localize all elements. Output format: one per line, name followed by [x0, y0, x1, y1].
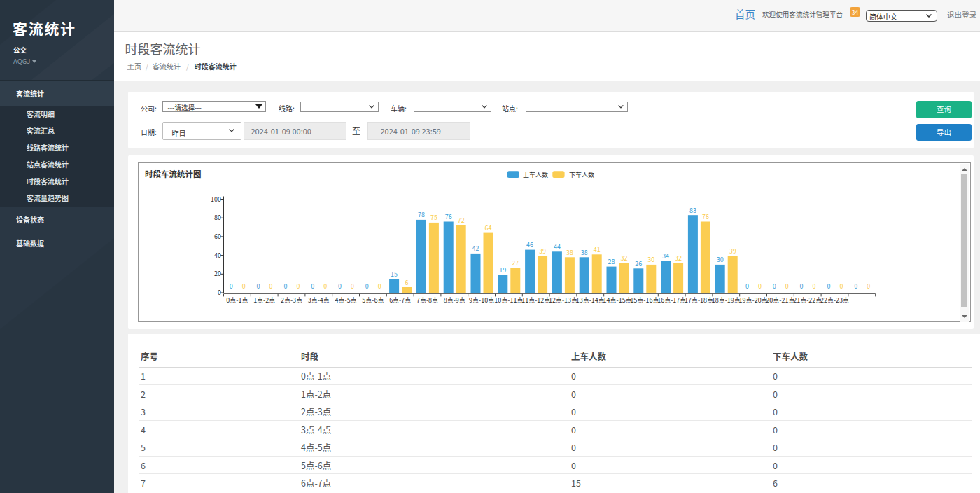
svg-text:时段车流统计图: 时段车流统计图 — [145, 168, 202, 179]
svg-text:83: 83 — [690, 206, 696, 215]
svg-text:10点-11点: 10点-11点 — [494, 296, 523, 305]
svg-text:41: 41 — [594, 245, 601, 254]
svg-text:0: 0 — [813, 282, 816, 291]
svg-text:0: 0 — [351, 282, 354, 291]
svg-text:0: 0 — [338, 282, 342, 291]
svg-text:32: 32 — [675, 254, 682, 263]
svg-text:0: 0 — [867, 282, 870, 291]
svg-text:0点-1点: 0点-1点 — [226, 296, 248, 305]
svg-text:0: 0 — [785, 282, 789, 291]
svg-text:26: 26 — [635, 259, 642, 268]
svg-text:0: 0 — [827, 282, 830, 291]
svg-text:0: 0 — [284, 282, 287, 291]
svg-text:22点-23点: 22点-23点 — [820, 296, 849, 305]
svg-text:15点-16点: 15点-16点 — [630, 296, 659, 305]
svg-text:34: 34 — [662, 251, 669, 261]
svg-text:17点-18点: 17点-18点 — [685, 296, 713, 305]
svg-text:0: 0 — [365, 282, 369, 291]
svg-text:0: 0 — [378, 282, 382, 291]
svg-text:78: 78 — [418, 210, 425, 219]
svg-text:0: 0 — [854, 282, 858, 291]
svg-text:39: 39 — [729, 246, 736, 256]
svg-text:60: 60 — [214, 232, 221, 241]
svg-text:38: 38 — [581, 248, 588, 257]
svg-text:30: 30 — [717, 255, 724, 264]
svg-text:76: 76 — [445, 212, 452, 221]
svg-text:4点-5点: 4点-5点 — [335, 296, 357, 305]
svg-text:5点-6点: 5点-6点 — [362, 296, 384, 305]
svg-text:64: 64 — [485, 223, 492, 232]
svg-text:12点-13点: 12点-13点 — [549, 296, 578, 305]
svg-text:下车人数: 下车人数 — [569, 170, 594, 179]
svg-text:18点-19点: 18点-19点 — [712, 296, 741, 305]
svg-text:11点-12点: 11点-12点 — [522, 296, 550, 305]
svg-text:9点-10点: 9点-10点 — [469, 296, 494, 305]
svg-text:20: 20 — [214, 269, 221, 278]
svg-text:44: 44 — [554, 242, 561, 251]
svg-text:0: 0 — [242, 282, 246, 291]
svg-text:100: 100 — [211, 195, 221, 204]
svg-text:7点-8点: 7点-8点 — [416, 296, 438, 305]
svg-text:0: 0 — [839, 282, 843, 291]
svg-text:19: 19 — [499, 265, 506, 275]
svg-text:19点-20点: 19点-20点 — [739, 296, 768, 305]
svg-text:38: 38 — [566, 248, 573, 257]
svg-text:6点-7点: 6点-7点 — [389, 296, 411, 305]
svg-text:14点-15点: 14点-15点 — [603, 296, 632, 305]
svg-text:0: 0 — [218, 288, 221, 297]
svg-text:0: 0 — [800, 282, 804, 291]
svg-text:75: 75 — [430, 213, 438, 222]
svg-text:28: 28 — [608, 257, 615, 266]
svg-text:0: 0 — [270, 282, 273, 291]
svg-text:0: 0 — [311, 282, 314, 291]
svg-text:0: 0 — [230, 282, 233, 291]
svg-text:1点-2点: 1点-2点 — [253, 296, 275, 305]
svg-text:0: 0 — [323, 282, 327, 291]
svg-text:2点-3点: 2点-3点 — [281, 296, 302, 305]
svg-text:40: 40 — [214, 251, 221, 260]
svg-text:21点-22点: 21点-22点 — [793, 296, 822, 305]
svg-text:80: 80 — [214, 213, 221, 222]
svg-text:15: 15 — [391, 270, 398, 279]
svg-text:0: 0 — [746, 282, 749, 291]
svg-text:39: 39 — [539, 246, 546, 256]
svg-text:16点-17点: 16点-17点 — [657, 296, 686, 305]
svg-text:46: 46 — [526, 240, 533, 249]
svg-text:3点-4点: 3点-4点 — [308, 296, 330, 305]
svg-text:0: 0 — [773, 282, 776, 291]
svg-text:27: 27 — [512, 258, 519, 268]
svg-text:32: 32 — [621, 254, 628, 263]
svg-text:8点-9点: 8点-9点 — [444, 296, 465, 305]
svg-text:0: 0 — [257, 282, 260, 291]
svg-text:6: 6 — [405, 278, 409, 287]
svg-text:20点-21点: 20点-21点 — [766, 296, 794, 305]
svg-text:42: 42 — [472, 244, 479, 253]
svg-text:0: 0 — [758, 282, 762, 291]
svg-text:72: 72 — [458, 216, 465, 225]
svg-text:30: 30 — [648, 255, 654, 264]
svg-text:0: 0 — [296, 282, 300, 291]
svg-text:上车人数: 上车人数 — [523, 170, 548, 179]
svg-text:13点-14点: 13点-14点 — [576, 296, 605, 305]
svg-text:76: 76 — [702, 212, 709, 221]
